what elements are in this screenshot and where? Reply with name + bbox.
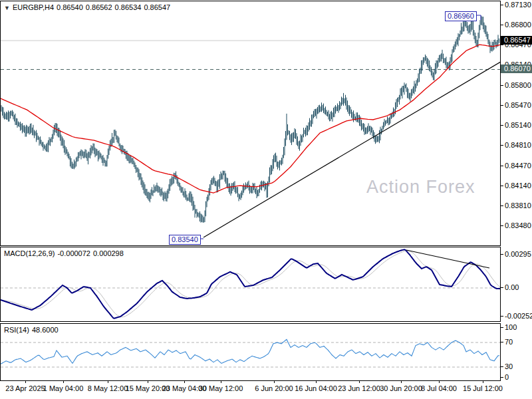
axis-tick-mark: [501, 205, 503, 206]
macd-signal-value: 0.000298: [93, 249, 124, 257]
high-price-callout[interactable]: 0.86960: [445, 11, 477, 21]
axis-tick-mark: [501, 366, 503, 367]
axis-tick-mark: [501, 5, 503, 5]
date-tick-mark: [316, 381, 317, 383]
date-tick-mark: [184, 381, 185, 383]
close-value: 0.86547: [144, 3, 170, 11]
current-price-tag: 0.86547: [501, 36, 532, 45]
rsi-line: [1, 339, 499, 364]
price-tick-label: 0.84140: [505, 182, 531, 190]
high-value: 0.86562: [86, 3, 112, 11]
macd-signal-line: [1, 251, 500, 317]
level-price-tag: 0.86070: [501, 65, 532, 73]
axis-tick-mark: [501, 327, 503, 328]
rsi-name: RSI(14): [4, 326, 29, 334]
rsi-value: 48.6000: [32, 326, 59, 334]
macd-canvas[interactable]: [1, 247, 500, 321]
date-tick-mark: [108, 381, 108, 383]
rsi-caption: RSI(14)48.6000: [4, 326, 61, 334]
date-label: 6 Jun 20:00: [255, 384, 293, 392]
price-axis[interactable]: 0.871300.868000.864700.861400.858000.854…: [501, 0, 532, 381]
axis-tick-mark: [501, 186, 503, 186]
axis-tick-mark: [501, 254, 503, 255]
date-label: 1 May 04:00: [43, 384, 84, 392]
date-label: 8 May 12:00: [88, 384, 128, 392]
price-tick-label: 0.84470: [505, 162, 531, 170]
price-tick-label: 0.85140: [505, 121, 531, 129]
date-tick-mark: [63, 381, 64, 383]
rising-trendline[interactable]: [203, 60, 500, 237]
date-label: 30 Jun 20:00: [380, 384, 422, 392]
axis-tick-mark: [501, 316, 503, 317]
date-tick-mark: [148, 381, 148, 383]
price-tick-label: 0.85470: [505, 101, 531, 109]
rsi-tick-label: 70: [505, 338, 513, 346]
axis-tick-mark: [501, 25, 503, 25]
date-tick-mark: [401, 381, 402, 383]
axis-tick-mark: [501, 342, 503, 342]
symbol-ohlc-caption: ▼EURGBP,H40.865400.865620.865340.86547: [4, 3, 173, 11]
axis-tick-mark: [501, 45, 503, 45]
open-value: 0.86540: [57, 3, 83, 11]
rsi-tick-label: 100: [505, 323, 517, 331]
axis-tick-mark: [501, 105, 503, 106]
date-label: 8 Jul 04:00: [421, 384, 457, 392]
axis-tick-mark: [501, 225, 503, 226]
date-label: 16 Jun 04:00: [295, 384, 337, 392]
date-tick-mark: [274, 381, 275, 383]
price-tick-label: 0.84810: [505, 141, 531, 149]
symbol-label: EURGBP,H4: [13, 3, 54, 11]
macd-name: MACD(12,26,9): [4, 249, 55, 257]
macd-caption: MACD(12,26,9)-0.0000720.000298: [4, 249, 126, 257]
price-tick-label: 0.87130: [505, 1, 531, 9]
low-value: 0.86534: [115, 3, 142, 11]
price-chart-canvas[interactable]: [1, 1, 500, 245]
watermark: Action Forex: [366, 177, 475, 198]
axis-tick-mark: [501, 85, 503, 86]
axis-tick-mark: [501, 145, 503, 146]
axis-tick-mark: [501, 166, 503, 166]
date-tick-mark: [483, 381, 483, 383]
date-label: 30 May 12:00: [199, 384, 243, 392]
date-tick-mark: [439, 381, 440, 383]
low-price-callout[interactable]: 0.83540: [169, 235, 201, 245]
price-chart-panel[interactable]: Action Forex ▼EURGBP,H40.865400.865620.8…: [0, 1, 501, 246]
date-tick-mark: [221, 381, 221, 383]
price-tick-label: 0.83480: [505, 221, 531, 229]
rsi-tick-label: 0: [505, 373, 509, 381]
macd-indicator-panel[interactable]: MACD(12,26,9)-0.0000720.000298: [0, 247, 501, 322]
date-label: 15 Jul 12:00: [463, 384, 503, 392]
symbol-dropdown-icon[interactable]: ▼: [4, 5, 10, 11]
time-axis[interactable]: 23 Apr 20251 May 04:008 May 12:0015 May …: [0, 381, 532, 399]
macd-tick-label: -0.002529: [505, 312, 532, 320]
date-tick-mark: [25, 381, 26, 383]
rsi-canvas[interactable]: [1, 324, 500, 380]
macd-tick-label: 0.00295: [505, 250, 531, 258]
macd-tick-label: 0.00: [505, 283, 519, 291]
date-label: 23 Jun 12:00: [338, 384, 380, 392]
moving-average-line: [1, 45, 500, 193]
macd-main-value: -0.000072: [57, 249, 90, 257]
date-tick-mark: [359, 381, 360, 383]
rsi-indicator-panel[interactable]: RSI(14)48.6000: [0, 323, 501, 381]
date-label: 23 Apr 2025: [5, 384, 45, 392]
axis-tick-mark: [501, 377, 503, 378]
axis-tick-mark: [501, 287, 503, 288]
price-tick-label: 0.86800: [505, 21, 531, 29]
price-tick-label: 0.83810: [505, 201, 531, 209]
trading-chart-window: Action Forex ▼EURGBP,H40.865400.865620.8…: [0, 0, 532, 399]
axis-tick-mark: [501, 125, 503, 126]
rsi-tick-label: 30: [505, 362, 513, 370]
price-tick-label: 0.85800: [505, 81, 531, 89]
